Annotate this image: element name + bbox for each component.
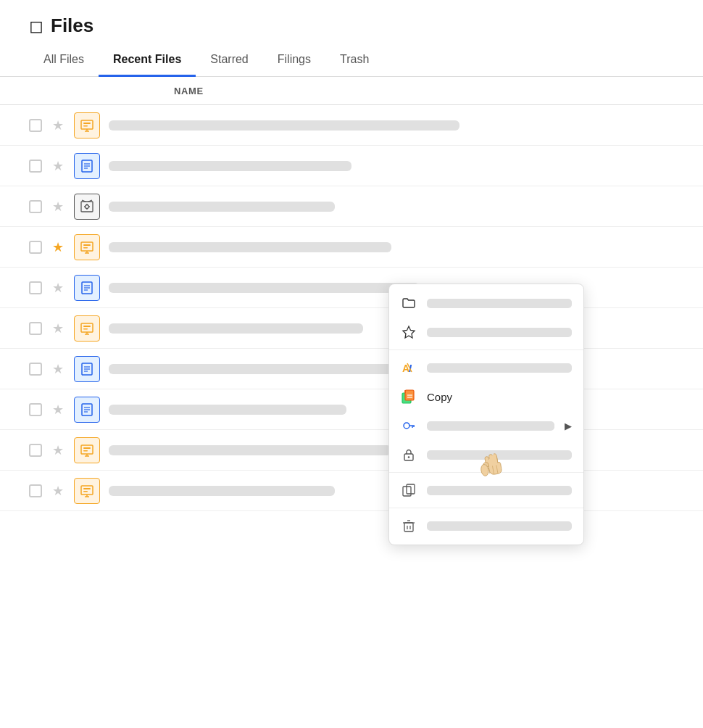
page-header: ◻ Files [0, 0, 703, 46]
folder-icon: ◻ [29, 16, 43, 36]
row-checkbox[interactable] [29, 322, 42, 335]
file-icon-presentation [74, 315, 100, 342]
tab-recent-files[interactable]: Recent Files [99, 46, 196, 77]
star-icon[interactable]: ★ [51, 362, 65, 376]
file-icon-presentation [74, 437, 100, 463]
row-checkbox[interactable] [29, 403, 42, 416]
tab-all-files[interactable]: All Files [29, 46, 99, 77]
table-row: ★ [0, 146, 703, 186]
svg-rect-0 [81, 120, 93, 129]
star-icon[interactable]: ★ [51, 199, 65, 214]
svg-rect-27 [83, 326, 91, 327]
key-icon [401, 418, 417, 434]
table-row: ★ [0, 349, 703, 389]
duplicate-icon [401, 482, 417, 498]
col-name-label: NAME [174, 86, 204, 96]
svg-rect-26 [81, 323, 93, 332]
table-row: ★ [0, 186, 703, 227]
menu-item-copy[interactable]: Copy [389, 382, 583, 411]
submenu-arrow-icon: ▶ [565, 421, 572, 431]
table-row: ★ [0, 430, 703, 471]
menu-label-star [427, 328, 572, 337]
svg-rect-39 [81, 445, 93, 454]
svg-rect-40 [83, 447, 91, 449]
row-checkbox[interactable] [29, 160, 42, 173]
svg-rect-41 [83, 450, 88, 452]
svg-rect-2 [83, 125, 88, 127]
file-name [109, 202, 674, 212]
page-title: Files [51, 15, 93, 37]
file-list: ★ ★ ★ ★ [0, 105, 703, 511]
lock-icon [401, 447, 417, 463]
menu-item-share[interactable]: ▶ [389, 411, 583, 440]
table-row: ★ [0, 308, 703, 349]
star-icon[interactable]: ★ [51, 484, 65, 498]
file-icon-presentation [74, 234, 100, 260]
menu-item-duplicate[interactable] [389, 476, 583, 505]
file-icon-presentation [74, 478, 100, 504]
menu-item-trash[interactable] [389, 511, 583, 540]
star-icon[interactable]: ★ [51, 118, 65, 133]
svg-marker-49 [403, 326, 415, 338]
star-icon[interactable]: ★ [51, 321, 65, 336]
tab-trash[interactable]: Trash [325, 46, 383, 77]
svg-rect-18 [83, 244, 91, 246]
svg-rect-65 [404, 523, 413, 531]
row-checkbox[interactable] [29, 281, 42, 294]
file-icon-settings [74, 194, 100, 220]
file-icon-presentation [74, 112, 100, 138]
row-checkbox[interactable] [29, 241, 42, 254]
menu-label-trash [427, 521, 572, 531]
menu-item-star[interactable] [389, 318, 583, 347]
file-icon-document [74, 397, 100, 423]
file-name [109, 161, 674, 171]
menu-label-share [427, 421, 554, 431]
row-checkbox[interactable] [29, 363, 42, 376]
menu-label-annotate [427, 363, 572, 373]
svg-point-62 [408, 456, 410, 458]
file-icon-document [74, 153, 100, 179]
svg-point-57 [404, 423, 409, 429]
menu-label-duplicate [427, 486, 572, 495]
menu-label-open [427, 299, 572, 308]
tab-filings[interactable]: Filings [263, 46, 325, 77]
table-row: ★ [0, 268, 703, 308]
svg-rect-17 [81, 242, 93, 251]
menu-divider [389, 472, 583, 473]
annotate-icon: A I [401, 360, 417, 376]
menu-item-annotate[interactable]: A I [389, 353, 583, 382]
table-header: NAME [0, 77, 703, 105]
menu-item-open[interactable] [389, 289, 583, 318]
star-icon[interactable]: ★ [51, 402, 65, 417]
table-row: ★ [0, 227, 703, 268]
tabs-bar: All Files Recent Files Starred Filings T… [0, 46, 703, 77]
row-checkbox[interactable] [29, 444, 42, 457]
folder-icon [401, 295, 417, 311]
file-name [109, 242, 674, 252]
svg-rect-1 [83, 123, 91, 124]
star-icon [401, 324, 417, 340]
menu-item-lock[interactable] [389, 440, 583, 469]
menu-label-copy: Copy [427, 391, 452, 403]
file-name [109, 120, 674, 131]
svg-rect-9 [81, 202, 93, 212]
tab-starred[interactable]: Starred [196, 46, 262, 77]
row-checkbox[interactable] [29, 200, 42, 213]
file-icon-document [74, 356, 100, 382]
svg-rect-19 [83, 247, 88, 249]
svg-rect-45 [83, 488, 91, 489]
table-row: ★ [0, 471, 703, 511]
star-icon[interactable]: ★ [51, 240, 65, 255]
row-checkbox[interactable] [29, 484, 42, 497]
star-icon[interactable]: ★ [51, 443, 65, 458]
file-icon-document [74, 275, 100, 301]
copy-icon [401, 389, 417, 405]
row-checkbox[interactable] [29, 119, 42, 132]
menu-divider [389, 508, 583, 508]
context-menu: A I Copy [388, 284, 584, 545]
table-row: ★ [0, 105, 703, 146]
star-icon[interactable]: ★ [51, 159, 65, 173]
trash-icon [401, 518, 417, 534]
star-icon[interactable]: ★ [51, 281, 65, 295]
svg-rect-44 [81, 486, 93, 495]
